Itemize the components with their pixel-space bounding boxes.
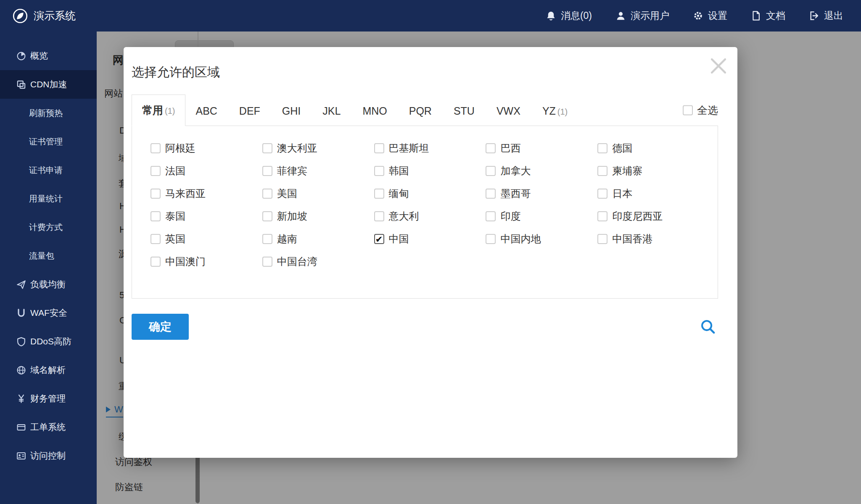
user-icon [615,10,626,21]
region-tab[interactable]: VWX [486,97,532,126]
region-checkbox[interactable] [151,211,161,221]
region-checkbox[interactable] [486,166,496,176]
sidebar-item-access-control[interactable]: 访问控制 [0,441,97,470]
region-tab[interactable]: 常用(1) [132,94,185,126]
region-checkbox-item[interactable]: 印度 [486,210,597,223]
region-checkbox-item[interactable]: 德国 [597,142,709,155]
sidebar-item-finance[interactable]: 财务管理 [0,384,97,413]
tab-count: (1) [165,106,175,116]
region-checkbox-item[interactable]: 英国 [151,232,262,246]
sidebar-item-cert-apply[interactable]: 证书申请 [0,156,97,184]
topbar-item-user[interactable]: 演示用户 [615,9,669,22]
region-grid-box: 阿根廷 澳大利亚 巴基斯坦 巴西 [132,126,718,299]
sidebar-item-cert-management[interactable]: 证书管理 [0,127,97,156]
region-checkbox-item[interactable]: 中国 [374,232,486,246]
topbar-item-messages[interactable]: 消息(0) [546,9,592,22]
region-checkbox-item[interactable]: 韩国 [374,164,486,178]
region-checkbox[interactable] [374,143,384,153]
sidebar-item-waf[interactable]: WAF安全 [0,299,97,327]
sidebar-item-traffic-package[interactable]: 流量包 [0,242,97,270]
region-checkbox-item[interactable]: 菲律宾 [262,164,374,178]
sidebar-item-overview[interactable]: 概览 [0,42,97,70]
select-all[interactable]: 全选 [683,103,718,117]
region-checkbox-item[interactable]: 新加坡 [262,210,374,223]
region-checkbox-item[interactable]: 中国澳门 [151,255,262,268]
sidebar-item-cdn[interactable]: CDN加速 [0,70,97,99]
region-tab[interactable]: MNO [352,97,399,126]
region-checkbox[interactable] [374,166,384,176]
region-tab[interactable]: GHI [272,97,312,126]
search-icon[interactable] [700,319,716,334]
sidebar-item-load-balance[interactable]: 负载均衡 [0,270,97,299]
close-icon[interactable] [709,56,728,76]
region-checkbox[interactable] [374,234,384,244]
region-checkbox-item[interactable]: 加拿大 [486,164,597,178]
region-checkbox[interactable] [262,257,272,267]
region-checkbox[interactable] [151,234,161,244]
region-checkbox-item[interactable]: 马来西亚 [151,187,262,200]
region-checkbox[interactable] [374,189,384,199]
sidebar-item-ticket[interactable]: 工单系统 [0,413,97,441]
sidebar-item-dns[interactable]: 域名解析 [0,356,97,384]
bell-icon [546,10,556,21]
sidebar-item-usage-stats[interactable]: 用量统计 [0,184,97,213]
confirm-button[interactable]: 确定 [132,314,189,340]
region-checkbox[interactable] [151,143,161,153]
region-checkbox-item[interactable]: 中国内地 [486,232,597,246]
region-checkbox[interactable] [597,211,607,221]
region-checkbox[interactable] [486,234,496,244]
topbar-item-logout[interactable]: 退出 [809,9,843,22]
region-checkbox-item[interactable]: 墨西哥 [486,187,597,200]
region-checkbox[interactable] [597,189,607,199]
region-tab[interactable]: JKL [312,97,352,126]
region-checkbox-item[interactable]: 法国 [151,164,262,178]
region-checkbox[interactable] [151,257,161,267]
region-tab[interactable]: YZ(1) [532,97,578,126]
topbar-item-docs[interactable]: 文档 [751,9,785,22]
sidebar-item-billing-method[interactable]: 计费方式 [0,213,97,242]
region-checkbox-item[interactable]: 阿根廷 [151,142,262,155]
region-tab[interactable]: ABC [185,97,229,126]
sidebar-item-label: 证书管理 [29,136,63,147]
region-label: 美国 [277,187,297,200]
region-checkbox-item[interactable]: 中国台湾 [262,255,374,268]
region-checkbox-item[interactable]: 柬埔寨 [597,164,709,178]
region-checkbox-item[interactable]: 巴基斯坦 [374,142,486,155]
region-checkbox-item[interactable]: 美国 [262,187,374,200]
region-checkbox[interactable] [262,166,272,176]
sidebar-item-ddos[interactable]: DDoS高防 [0,327,97,356]
region-tab[interactable]: PQR [399,97,444,126]
region-checkbox[interactable] [262,189,272,199]
region-checkbox[interactable] [151,189,161,199]
region-checkbox[interactable] [486,211,496,221]
region-checkbox[interactable] [262,211,272,221]
region-checkbox[interactable] [486,189,496,199]
region-checkbox[interactable] [374,211,384,221]
region-checkbox-item[interactable]: 中国香港 [597,232,709,246]
region-checkbox[interactable] [597,143,607,153]
region-checkbox-item[interactable]: 意大利 [374,210,486,223]
region-checkbox-item[interactable]: 澳大利亚 [262,142,374,155]
region-checkbox[interactable] [262,143,272,153]
sidebar-item-refresh-prewarm[interactable]: 刷新预热 [0,99,97,127]
topbar-item-settings[interactable]: 设置 [693,9,727,22]
brand[interactable]: 演示系统 [0,8,76,24]
region-checkbox-item[interactable]: 缅甸 [374,187,486,200]
gear-icon [693,10,703,21]
pie-chart-icon [16,51,26,61]
region-checkbox-item[interactable]: 越南 [262,232,374,246]
select-all-checkbox[interactable] [683,105,693,115]
region-checkbox[interactable] [486,143,496,153]
region-checkbox[interactable] [597,234,607,244]
region-checkbox[interactable] [262,234,272,244]
region-checkbox[interactable] [151,166,161,176]
region-checkbox-item[interactable]: 巴西 [486,142,597,155]
region-checkbox-item[interactable]: 印度尼西亚 [597,210,709,223]
sidebar: 概览 CDN加速 刷新预热 证书管理 证书申请 用量统计 计费方式 流量包 [0,32,97,504]
region-checkbox-item[interactable]: 日本 [597,187,709,200]
region-tab[interactable]: STU [444,97,486,126]
region-label: 澳大利亚 [277,142,317,155]
region-tab[interactable]: DEF [229,97,272,126]
region-checkbox[interactable] [597,166,607,176]
region-checkbox-item[interactable]: 泰国 [151,210,262,223]
